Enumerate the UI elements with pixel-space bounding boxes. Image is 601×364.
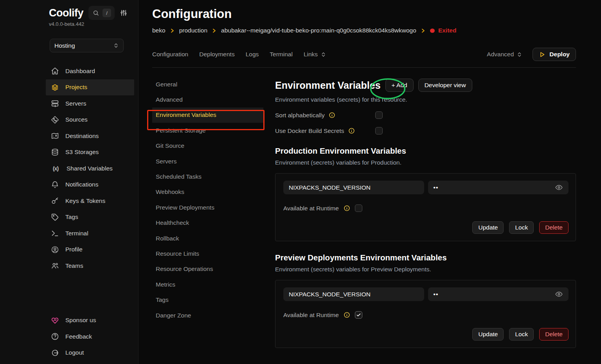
delete-button[interactable]: Delete: [539, 328, 569, 341]
panel-subtitle: Environment variables (secrets) for this…: [275, 96, 576, 103]
env-var-name-input[interactable]: NIXPACKS_NODE_VERSION: [283, 181, 424, 194]
sidebar-item-label: S3 Storages: [65, 149, 99, 156]
subnav-item-rollback[interactable]: Rollback: [152, 231, 263, 246]
advanced-dropdown[interactable]: Advanced: [487, 51, 522, 58]
sidebar-item-label: Tags: [65, 213, 78, 221]
tab-configuration[interactable]: Configuration: [152, 51, 188, 58]
subnav-label: Metrics: [156, 281, 175, 288]
available-at-runtime-checkbox[interactable]: [355, 204, 362, 212]
subnav-label: General: [156, 81, 177, 88]
bell-icon: [51, 181, 59, 189]
env-var-value-input[interactable]: ••: [428, 287, 569, 301]
sidebar-item-sponsor-us[interactable]: Sponsor us: [46, 312, 134, 329]
docker-build-secrets-checkbox[interactable]: [375, 127, 383, 134]
subnav-label: Resource Limits: [156, 250, 199, 257]
eye-icon[interactable]: [555, 290, 563, 298]
sidebar-item-shared-variables[interactable]: (x) Shared Variables: [46, 160, 134, 177]
deploy-label: Deploy: [549, 51, 570, 58]
subnav-item-advanced[interactable]: Advanced: [152, 92, 263, 107]
sidebar-item-tags[interactable]: Tags: [46, 209, 134, 226]
subnav-item-git-source[interactable]: Git Source: [152, 138, 263, 154]
available-at-runtime-checkbox[interactable]: [355, 311, 362, 319]
sidebar-item-notifications[interactable]: Notifications: [46, 177, 134, 193]
search-button[interactable]: /: [88, 6, 115, 20]
lock-button[interactable]: Lock: [509, 221, 534, 234]
sidebar-item-dashboard[interactable]: Dashboard: [46, 63, 134, 79]
sidebar-item-projects[interactable]: Projects: [46, 79, 134, 96]
available-at-runtime-row: Available at Runtime: [283, 311, 569, 319]
page-title: Configuration: [152, 7, 576, 21]
subnav-item-environment-variables[interactable]: Environment Variables: [152, 108, 263, 123]
delete-button[interactable]: Delete: [539, 221, 569, 234]
sidebar-item-label: Notifications: [65, 181, 98, 188]
sidebar-item-servers[interactable]: Servers: [46, 95, 134, 112]
terminal-icon: [51, 229, 59, 237]
server-icon: [51, 99, 59, 108]
sidebar-item-s3-storages[interactable]: S3 Storages: [46, 144, 134, 161]
section-subtitle: Environment (secrets) variables for Prev…: [275, 266, 576, 273]
subnav-item-servers[interactable]: Servers: [152, 154, 263, 169]
chevron-up-down-icon: [113, 43, 119, 48]
subnav-item-scheduled-tasks[interactable]: Scheduled Tasks: [152, 169, 263, 184]
sidebar: Coolify / v4.0.0-beta.442 Hosting: [0, 0, 139, 364]
users-icon: [51, 262, 59, 270]
env-var-value-masked: ••: [434, 184, 439, 191]
section-subtitle: Environment (secrets) variables for Prod…: [275, 159, 576, 166]
subnav-item-preview-deployments[interactable]: Preview Deployments: [152, 200, 263, 215]
sidebar-item-feedback[interactable]: Feedback: [46, 328, 134, 345]
tab-terminal[interactable]: Terminal: [270, 51, 293, 58]
sidebar-item-terminal[interactable]: Terminal: [46, 225, 134, 242]
docker-build-secrets-row: Use Docker Build Secrets: [275, 127, 576, 134]
env-var-value-input[interactable]: ••: [428, 181, 569, 194]
tab-links[interactable]: Links: [304, 51, 326, 58]
subnav-label: Webhooks: [156, 188, 184, 195]
env-var-name-input[interactable]: NIXPACKS_NODE_VERSION: [283, 287, 424, 301]
developer-view-button[interactable]: Developer view: [418, 79, 472, 92]
sidebar-item-keys-tokens[interactable]: Keys & Tokens: [46, 193, 134, 209]
subnav-item-tags[interactable]: Tags: [152, 292, 263, 307]
eye-icon[interactable]: [555, 183, 563, 192]
sidebar-item-logout[interactable]: Logout: [46, 345, 134, 361]
sidebar-item-label: Terminal: [65, 230, 88, 237]
status-badge: Exited: [430, 27, 457, 34]
breadcrumb-item-resource[interactable]: abubakar--meigag/vid-tube-beko-pro:main-…: [221, 27, 416, 34]
git-source-icon: [51, 116, 59, 124]
team-select[interactable]: Hosting: [50, 39, 124, 52]
map-icon: [51, 132, 59, 140]
tab-deployments[interactable]: Deployments: [199, 51, 234, 58]
settings-sliders-icon[interactable]: [120, 9, 128, 17]
lock-button[interactable]: Lock: [509, 328, 534, 341]
env-var-card-production: NIXPACKS_NODE_VERSION •• Available at Ru…: [275, 173, 576, 241]
subnav-label: Git Source: [156, 142, 184, 149]
subnav-item-persistent-storage[interactable]: Persistent Storage: [152, 123, 263, 138]
runtime-label: Available at Runtime: [283, 205, 339, 212]
section-title-production: Production Environment Variables: [275, 146, 576, 156]
subnav-item-resource-limits[interactable]: Resource Limits: [152, 246, 263, 261]
subnav-item-healthcheck[interactable]: Healthcheck: [152, 215, 263, 231]
update-button[interactable]: Update: [472, 221, 504, 234]
sidebar-item-sources[interactable]: Sources: [46, 112, 134, 128]
subnav-item-resource-operations[interactable]: Resource Operations: [152, 262, 263, 277]
tab-logs[interactable]: Logs: [246, 51, 259, 58]
sidebar-item-label: Sponsor us: [65, 317, 96, 324]
subnav-label: Persistent Storage: [156, 127, 206, 134]
update-button[interactable]: Update: [472, 328, 504, 341]
sidebar-item-profile[interactable]: Profile: [46, 242, 134, 258]
subnav-item-webhooks[interactable]: Webhooks: [152, 185, 263, 200]
sidebar-item-teams[interactable]: Teams: [46, 258, 134, 274]
sort-alphabetically-checkbox[interactable]: [375, 111, 383, 119]
sidebar-item-destinations[interactable]: Destinations: [46, 128, 134, 144]
subnav-item-general[interactable]: General: [152, 77, 263, 92]
breadcrumb-item-team[interactable]: beko: [152, 27, 166, 34]
chevron-right-icon: [170, 28, 175, 33]
subnav-item-metrics[interactable]: Metrics: [152, 277, 263, 292]
sidebar-item-label: Servers: [65, 100, 86, 107]
subnav-item-danger-zone[interactable]: Danger Zone: [152, 308, 263, 323]
deploy-button[interactable]: Deploy: [533, 48, 576, 61]
sidebar-item-label: Feedback: [65, 333, 92, 340]
add-button[interactable]: + Add: [385, 79, 414, 92]
sidebar-footer: Sponsor us Feedback Logout: [46, 312, 134, 361]
help-circle-icon: [51, 332, 59, 341]
breadcrumb-item-environment[interactable]: production: [179, 27, 207, 34]
chevron-up-down-icon: [320, 52, 326, 57]
